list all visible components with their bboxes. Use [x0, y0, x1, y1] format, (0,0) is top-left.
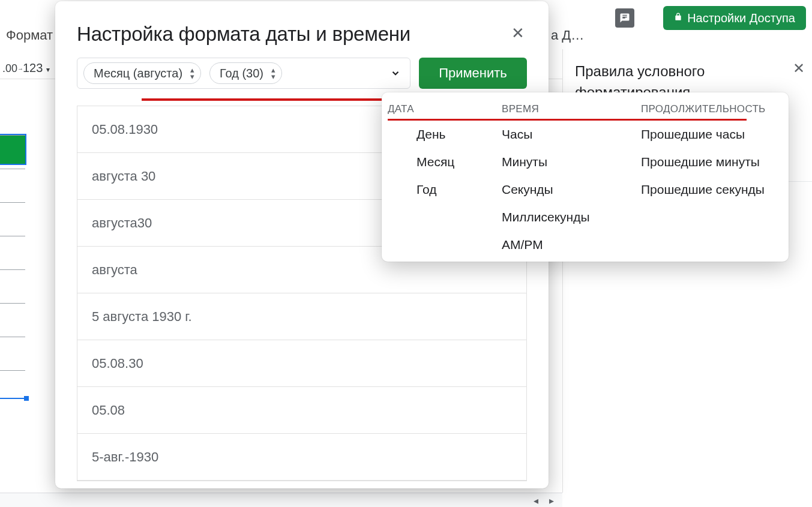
- popup-item-day[interactable]: День: [417, 127, 502, 142]
- popup-item-ampm[interactable]: AM/PM: [502, 238, 641, 252]
- scroll-right-icon[interactable]: ▸: [549, 495, 554, 506]
- grid-row-divider: [0, 202, 25, 203]
- share-button-label: Настройки Доступа: [687, 11, 795, 25]
- menu-format[interactable]: Формат: [6, 28, 53, 43]
- annotation-underline: [388, 119, 747, 121]
- popup-item-seconds[interactable]: Секунды: [502, 182, 641, 197]
- format-parts-input[interactable]: Месяц (августа) ▴▾ Год (30) ▴▾: [77, 58, 411, 89]
- horizontal-scroll-bar[interactable]: ◂ ▸: [0, 493, 562, 507]
- annotation-underline: [142, 98, 407, 101]
- selection-bottom-edge: [0, 398, 25, 399]
- apply-button[interactable]: Применить: [419, 58, 527, 89]
- grid-row-divider: [0, 303, 25, 304]
- format-preset[interactable]: 05.08.30: [77, 340, 526, 387]
- format-part-picker-popup: ДАТА ВРЕМЯ ПРОДОЛЖИТЕЛЬНОСТЬ День Месяц …: [382, 92, 789, 262]
- popup-item-elapsed-hours[interactable]: Прошедшие часы: [641, 127, 789, 142]
- grid-row-divider: [0, 236, 25, 236]
- popup-header-time: ВРЕМЯ: [502, 103, 641, 115]
- popup-item-elapsed-minutes[interactable]: Прошедшие минуты: [641, 155, 789, 169]
- selection-drag-handle[interactable]: [24, 396, 29, 401]
- add-format-part-button[interactable]: [387, 65, 404, 82]
- format-preset[interactable]: 5 августа 1930 г.: [77, 293, 526, 340]
- panel-close-button[interactable]: ✕: [793, 60, 805, 77]
- popup-item-year[interactable]: Год: [417, 182, 502, 197]
- format-preset[interactable]: 05.08: [77, 387, 526, 434]
- popup-item-hours[interactable]: Часы: [502, 127, 641, 142]
- dialog-close-button[interactable]: ✕: [509, 23, 527, 43]
- format-part-year[interactable]: Год (30) ▴▾: [209, 62, 282, 84]
- decimal-format-button[interactable]: .00→: [2, 62, 23, 75]
- lock-icon: [674, 12, 682, 24]
- grid-row-divider: [0, 337, 25, 337]
- popup-header-date: ДАТА: [382, 103, 502, 115]
- popup-item-minutes[interactable]: Минуты: [502, 155, 641, 169]
- chip-updown-icon: ▴▾: [190, 67, 194, 80]
- popup-item-millis[interactable]: Миллисекунды: [502, 210, 641, 224]
- format-part-year-label: Год (30): [220, 67, 263, 80]
- popup-item-elapsed-seconds[interactable]: Прошедшие секунды: [641, 182, 789, 197]
- format-part-month-label: Месяц (августа): [94, 67, 182, 80]
- popup-header-duration: ПРОДОЛЖИТЕЛЬНОСТЬ: [641, 103, 789, 115]
- format-preset[interactable]: 5-авг.-1930: [77, 434, 526, 481]
- scroll-left-icon[interactable]: ◂: [534, 495, 538, 506]
- more-formats-button[interactable]: 123 ▾: [23, 61, 50, 75]
- popup-item-month[interactable]: Месяц: [417, 155, 502, 169]
- grid-row-divider: [0, 370, 25, 371]
- comment-history-icon[interactable]: [615, 8, 634, 28]
- grid-row-divider: [0, 135, 25, 136]
- document-title-fragment: а Д…: [551, 28, 584, 43]
- grid-row-divider: [0, 269, 25, 270]
- chip-updown-icon: ▴▾: [271, 67, 275, 80]
- cell-selection-highlight: [0, 135, 25, 164]
- app-background: Формат а Д… Настройки Доступа .00→ 123 ▾…: [0, 0, 812, 507]
- apply-button-label: Применить: [439, 65, 507, 81]
- share-button[interactable]: Настройки Доступа: [663, 6, 806, 30]
- popup-headers: ДАТА ВРЕМЯ ПРОДОЛЖИТЕЛЬНОСТЬ: [382, 100, 789, 119]
- grid-row-divider: [0, 169, 25, 169]
- format-part-month[interactable]: Месяц (августа) ▴▾: [83, 62, 201, 84]
- dialog-title: Настройка формата даты и времени: [77, 23, 411, 46]
